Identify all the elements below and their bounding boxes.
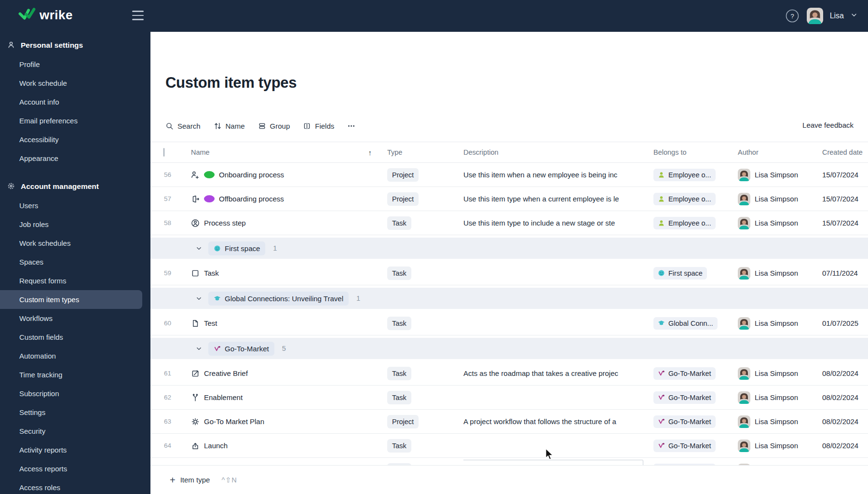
wrike-logo[interactable]: wrike xyxy=(18,8,73,23)
sidebar-item-accessibility[interactable]: Accessibility xyxy=(0,130,150,149)
group-label: Group xyxy=(270,122,290,130)
column-header-type[interactable]: Type xyxy=(387,148,463,156)
item-name-cell[interactable]: Task xyxy=(191,269,387,278)
sidebar-item-subscription[interactable]: Subscription xyxy=(0,384,150,403)
belongs-to-pill[interactable]: Go-To-Market xyxy=(653,391,716,404)
group-header-first-space[interactable]: First space 1 xyxy=(150,238,868,259)
item-name-cell[interactable]: Creative Brief xyxy=(191,369,387,378)
item-description-cell[interactable]: A project workflow that follows the stru… xyxy=(463,417,653,426)
help-icon[interactable]: ? xyxy=(785,8,800,24)
sidebar-item-users[interactable]: Users xyxy=(0,196,150,215)
sort-button[interactable]: Name xyxy=(214,122,245,130)
sidebar-item-appearance[interactable]: Appearance xyxy=(0,149,150,168)
belongs-to-pill[interactable]: Go-To-Market xyxy=(653,415,716,428)
sidebar-item-work-schedules[interactable]: Work schedules xyxy=(0,234,150,253)
column-header-belongs-to[interactable]: Belongs to xyxy=(653,148,738,156)
column-header-created-date[interactable]: Created date xyxy=(822,148,868,156)
table-row-test[interactable]: 60 Test Task Global Conn... Lisa Simpson… xyxy=(150,311,868,335)
table-row-creative-brief[interactable]: 61 Creative Brief Task Acts as the roadm… xyxy=(150,361,868,386)
table-row-process-step[interactable]: 58 Process step Task Use this item type … xyxy=(150,211,868,235)
space-pill[interactable]: First space xyxy=(208,241,265,255)
sidebar-section-label: Account management xyxy=(21,182,99,191)
table-footer: + Item type ^⇧N xyxy=(150,465,868,494)
column-header-name[interactable]: Name↑ xyxy=(191,148,387,157)
sidebar-item-profile[interactable]: Profile xyxy=(0,55,150,74)
add-item-type-button[interactable]: + Item type ^⇧N xyxy=(170,475,237,485)
user-avatar[interactable] xyxy=(807,8,823,24)
chevron-down-icon[interactable] xyxy=(196,245,202,252)
sidebar-item-security[interactable]: Security xyxy=(0,422,150,441)
item-description-cell[interactable]: Use this item type to include a new stag… xyxy=(463,219,653,227)
sidebar-item-request-forms[interactable]: Request forms xyxy=(0,271,150,290)
column-header-description[interactable]: Description xyxy=(463,148,653,156)
sidebar-item-settings[interactable]: Settings xyxy=(0,403,150,422)
sidebar-item-custom-item-types[interactable]: Custom item types xyxy=(0,290,142,309)
select-all-checkbox[interactable] xyxy=(163,148,164,157)
group-header-global-connections-unveiling-travel[interactable]: Global Connections: Unveiling Travel 1 xyxy=(150,288,868,309)
sidebar-item-automation[interactable]: Automation xyxy=(0,347,150,365)
sidebar-item-spaces[interactable]: Spaces xyxy=(0,253,150,271)
sidebar-item-email-preferences[interactable]: Email preferences xyxy=(0,111,150,130)
space-pill[interactable]: Go-To-Market xyxy=(208,342,274,356)
item-description-cell[interactable]: Acts as the roadmap that takes a creativ… xyxy=(463,369,653,377)
table-row-offboarding-process[interactable]: 57 Offboarding process Project Use this … xyxy=(150,187,868,211)
item-name: Task xyxy=(204,269,219,277)
item-created-cell: 08/02/2024 xyxy=(822,393,868,401)
table-row-onboarding-process[interactable]: 56 Onboarding process Project Use this i… xyxy=(150,163,868,187)
table-row-task[interactable]: 59 Task Task First space Lisa Simpson 07… xyxy=(150,261,868,285)
user-add-icon xyxy=(191,171,200,179)
table-row-enablement[interactable]: 62 Enablement Task Go-To-Market Lisa Sim… xyxy=(150,386,868,410)
author-avatar xyxy=(738,440,750,452)
sidebar-item-workflows[interactable]: Workflows xyxy=(0,309,150,328)
belongs-to-pill[interactable]: Employee o... xyxy=(653,217,716,229)
sort-asc-icon[interactable]: ↑ xyxy=(368,148,372,157)
item-name-cell[interactable]: Offboarding process xyxy=(191,195,387,203)
sidebar-item-time-tracking[interactable]: Time tracking xyxy=(0,365,150,384)
search-button[interactable]: Search xyxy=(165,122,201,130)
item-name-cell[interactable]: Go-To Market Plan xyxy=(191,417,387,426)
group-count: 1 xyxy=(273,244,277,252)
fields-button[interactable]: Fields xyxy=(303,122,334,130)
more-button[interactable] xyxy=(347,122,355,130)
item-name-cell[interactable]: Enablement xyxy=(191,393,387,402)
belongs-to-pill[interactable]: Employee o... xyxy=(653,169,716,181)
item-name-cell[interactable]: Test xyxy=(191,319,387,328)
chevron-down-icon[interactable] xyxy=(196,346,202,352)
sidebar-item-work-schedule[interactable]: Work schedule xyxy=(0,74,150,93)
user-name[interactable]: Lisa xyxy=(830,12,844,20)
belongs-to-pill[interactable]: Go-To-Market xyxy=(653,367,716,380)
item-name-cell[interactable]: Onboarding process xyxy=(191,171,387,179)
belongs-to-pill[interactable]: Employee o... xyxy=(653,193,716,205)
fields-icon xyxy=(303,122,311,130)
door-exit-icon xyxy=(191,195,200,203)
sidebar-item-custom-fields[interactable]: Custom fields xyxy=(0,328,150,347)
wrike-logo-icon xyxy=(18,8,36,23)
item-type-cell: Project xyxy=(387,168,463,182)
space-pill[interactable]: Global Connections: Unveiling Travel xyxy=(208,292,349,306)
item-name-cell[interactable]: Process step xyxy=(191,219,387,227)
item-description-cell[interactable]: Use this item when a new employee is bei… xyxy=(463,171,653,179)
item-description-cell[interactable]: Use this item type when a current employ… xyxy=(463,195,653,203)
group-button[interactable]: Group xyxy=(258,122,290,130)
item-name-cell[interactable]: Launch xyxy=(191,441,387,450)
table-row-launch[interactable]: 64 Launch Task Go-To-Market Lisa Simpson… xyxy=(150,434,868,458)
sidebar-item-job-roles[interactable]: Job roles xyxy=(0,215,150,234)
sidebar-item-access-roles[interactable]: Access roles xyxy=(0,478,150,494)
belongs-to-pill[interactable]: Global Conn... xyxy=(653,317,718,330)
table-row-go-to-market-plan[interactable]: 63 Go-To Market Plan Project A project w… xyxy=(150,410,868,434)
plus-icon: + xyxy=(170,475,176,485)
chevron-down-icon[interactable] xyxy=(196,295,202,302)
group-header-go-to-market[interactable]: Go-To-Market 5 xyxy=(150,338,868,359)
hamburger-menu-icon[interactable] xyxy=(132,11,144,20)
chevron-down-icon[interactable] xyxy=(851,12,857,20)
belongs-to-pill[interactable]: Go-To-Market xyxy=(653,440,716,452)
column-header-author[interactable]: Author xyxy=(738,148,822,156)
type-badge: Task xyxy=(387,367,411,380)
item-created-cell: 01/07/2025 xyxy=(822,319,868,327)
leave-feedback-link[interactable]: Leave feedback xyxy=(802,121,854,129)
sidebar-item-access-reports[interactable]: Access reports xyxy=(0,459,150,478)
belongs-to-pill[interactable]: First space xyxy=(653,267,707,280)
sidebar-item-activity-reports[interactable]: Activity reports xyxy=(0,441,150,459)
sidebar-section-account-management: Account management xyxy=(0,177,150,196)
sidebar-item-account-info[interactable]: Account info xyxy=(0,93,150,111)
